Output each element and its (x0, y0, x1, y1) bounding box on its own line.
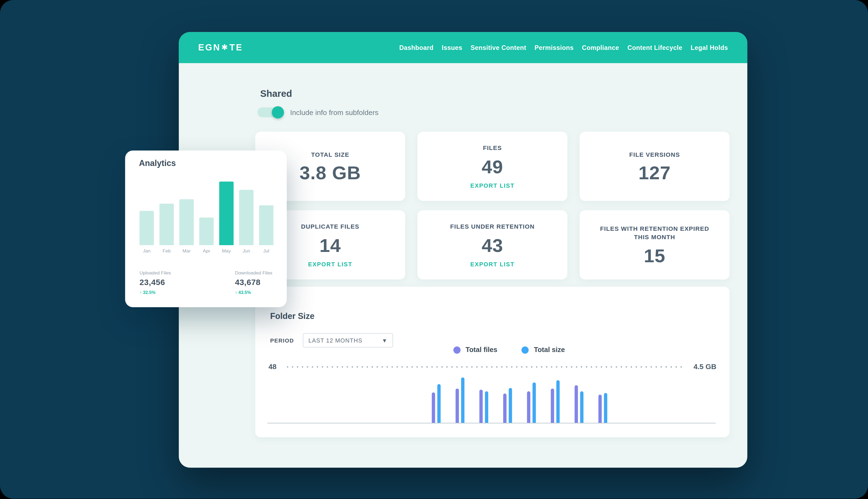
egnyte-logo: EGN ✱ TE (198, 42, 243, 53)
page-title: Shared (260, 89, 292, 100)
chart-legend: Total filesTotal size (453, 346, 565, 354)
folder-bar-total-files (432, 392, 435, 423)
analytics-metric: Uploaded Files23,456↑ 32.5% (139, 270, 171, 295)
main-nav: DashboardIssuesSensitive ContentPermissi… (399, 44, 728, 51)
legend-label: Total size (534, 346, 565, 354)
period-row: PERIOD LAST 12 MONTHS ▼ (270, 333, 393, 348)
stat-value: 14 (319, 236, 341, 254)
month-label: Jul (259, 248, 273, 253)
folder-bar-group (432, 384, 441, 423)
stat-label: FILES WITH RETENTION EXPIRED THIS MONTH (594, 225, 715, 241)
folder-size-title: Folder Size (270, 311, 314, 320)
analytics-bar (259, 205, 273, 245)
folder-bar-total-size (437, 384, 440, 423)
legend-dot-icon (453, 346, 461, 354)
folder-bar-total-files (527, 391, 530, 423)
analytics-metric: Downloaded Files43,678↑ 43.5% (235, 270, 272, 295)
stat-value: 3.8 GB (299, 163, 361, 182)
nav-item-sensitive-content[interactable]: Sensitive Content (470, 44, 526, 51)
folder-bar-group (479, 390, 488, 423)
metric-delta: ↑ 32.5% (139, 290, 171, 295)
stats-grid: TOTAL SIZE3.8 GBFILES49EXPORT LISTFILE V… (255, 132, 730, 280)
analytics-bar (159, 204, 174, 245)
month-label: Mar (179, 248, 194, 253)
folder-size-bars (432, 362, 607, 423)
analytics-bar (239, 190, 254, 245)
folder-bar-group (527, 382, 536, 423)
include-subfolders-toggle[interactable] (257, 107, 283, 118)
metric-value: 23,456 (139, 278, 171, 287)
period-select[interactable]: LAST 12 MONTHS ▼ (303, 333, 393, 348)
stat-label: TOTAL SIZE (311, 150, 350, 158)
month-label: Feb (159, 248, 174, 253)
folder-bar-total-files (503, 393, 506, 423)
folder-bar-total-files (598, 394, 602, 423)
stat-value: 43 (482, 236, 503, 254)
nav-item-content-lifecycle[interactable]: Content Lifecycle (627, 44, 683, 51)
folder-bar-group (598, 393, 607, 423)
month-label: Jun (239, 248, 254, 253)
stat-value: 127 (638, 163, 671, 182)
metric-label: Downloaded Files (235, 270, 272, 276)
toggle-knob (272, 106, 284, 119)
screenshot-canvas: EGN ✱ TE DashboardIssuesSensitive Conten… (0, 0, 868, 499)
folder-bar-total-files (575, 385, 578, 423)
stat-value: 49 (482, 157, 503, 176)
period-select-value: LAST 12 MONTHS (308, 337, 363, 344)
folder-bar-total-size (509, 388, 512, 423)
subfolders-toggle-row: Include info from subfolders (257, 107, 378, 118)
stat-label: FILES UNDER RETENTION (450, 223, 535, 231)
folder-size-card: Folder Size PERIOD LAST 12 MONTHS ▼ Tota… (255, 287, 730, 437)
metric-label: Uploaded Files (139, 270, 171, 276)
folder-bar-total-size (580, 391, 584, 423)
analytics-title: Analytics (139, 158, 176, 168)
left-axis-label: 48 (269, 363, 277, 371)
analytics-bars (139, 181, 273, 245)
folder-bar-total-size (533, 382, 536, 423)
analytics-metrics: Uploaded Files23,456↑ 32.5%Downloaded Fi… (139, 270, 272, 295)
nav-item-permissions[interactable]: Permissions (535, 44, 574, 51)
folder-bar-total-files (479, 390, 482, 423)
month-label: Jan (139, 248, 154, 253)
folder-bar-total-files (456, 389, 459, 423)
month-label: Apr (199, 248, 214, 253)
stat-card: FILES WITH RETENTION EXPIRED THIS MONTH1… (580, 210, 730, 280)
nav-item-dashboard[interactable]: Dashboard (399, 44, 433, 51)
metric-value: 43,678 (235, 278, 272, 287)
folder-bar-group (575, 385, 584, 423)
nav-item-legal-holds[interactable]: Legal Holds (690, 44, 728, 51)
analytics-bar (139, 211, 154, 245)
legend-item: Total files (453, 346, 497, 354)
chart-baseline (267, 423, 716, 423)
analytics-bar (199, 218, 214, 245)
logo-burst-icon: ✱ (221, 42, 229, 51)
export-list-link[interactable]: EXPORT LIST (470, 182, 515, 188)
month-label: May (219, 248, 234, 253)
chevron-down-icon: ▼ (382, 337, 387, 343)
analytics-card: Analytics JanFebMarAprMayJunJul Uploaded… (125, 150, 287, 307)
analytics-bar (219, 181, 234, 245)
stat-card: FILE VERSIONS127 (580, 132, 730, 201)
nav-item-issues[interactable]: Issues (442, 44, 463, 51)
logo-text-suffix: TE (230, 42, 243, 53)
metric-delta: ↑ 43.5% (235, 290, 272, 295)
folder-bar-group (503, 388, 512, 423)
folder-bar-total-size (461, 377, 464, 423)
app-header: EGN ✱ TE DashboardIssuesSensitive Conten… (179, 32, 747, 63)
export-list-link[interactable]: EXPORT LIST (470, 260, 515, 267)
stat-label: FILE VERSIONS (629, 150, 680, 158)
export-list-link[interactable]: EXPORT LIST (308, 260, 352, 267)
right-axis-label: 4.5 GB (694, 363, 717, 371)
nav-item-compliance[interactable]: Compliance (582, 44, 619, 51)
stat-value: 15 (644, 246, 665, 265)
folder-bar-total-size (485, 391, 488, 423)
folder-bar-group (456, 377, 465, 423)
analytics-month-labels: JanFebMarAprMayJunJul (139, 248, 273, 253)
folder-bar-group (551, 380, 560, 423)
toggle-label: Include info from subfolders (290, 108, 378, 117)
legend-label: Total files (465, 346, 497, 354)
stat-label: DUPLICATE FILES (301, 223, 359, 231)
folder-bar-total-size (556, 380, 560, 423)
folder-bar-total-size (604, 393, 607, 423)
period-label: PERIOD (270, 337, 294, 343)
